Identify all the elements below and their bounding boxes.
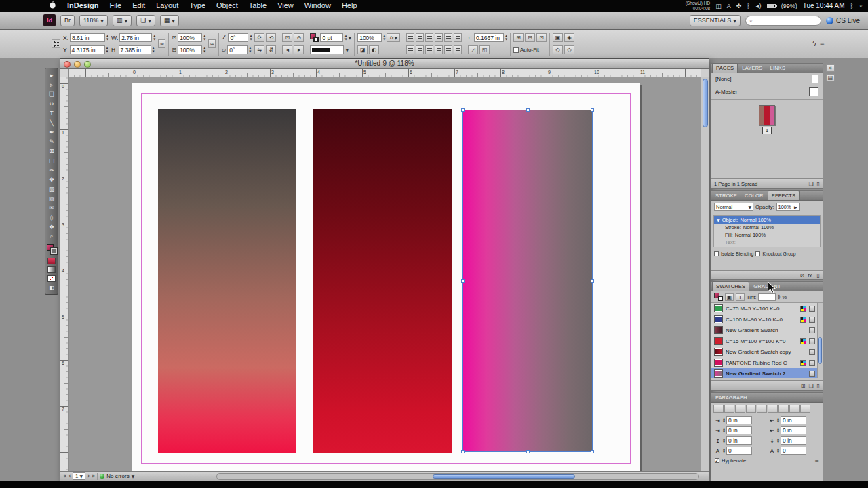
last-line-indent-field[interactable]: 0 in [781, 426, 806, 434]
chevron-down-icon[interactable]: ▼ [349, 35, 352, 40]
justify-last-left-icon[interactable] [746, 405, 756, 413]
tab-layers[interactable]: LAYERS [738, 64, 766, 73]
rotation-field[interactable]: 0° [228, 33, 248, 42]
menu-window[interactable]: Window [299, 0, 336, 12]
quick-apply-icon[interactable]: ϟ [812, 39, 816, 48]
menu-view[interactable]: View [272, 0, 299, 12]
delete-swatch-icon[interactable]: ▯ [817, 383, 820, 389]
isolate-blending-checkbox[interactable] [714, 251, 719, 256]
auto-fit-checkbox[interactable] [513, 47, 519, 53]
add-effect-icon[interactable]: fx. [808, 272, 813, 279]
transparency-icon[interactable]: ◐ [369, 45, 379, 54]
tab-swatches[interactable]: SWATCHES [712, 281, 749, 291]
volume-icon[interactable]: ◂) [756, 3, 762, 9]
page-number-field[interactable]: 1▼ [73, 472, 85, 480]
swatch-row[interactable]: C=75 M=5 Y=100 K=0 [711, 303, 823, 314]
menu-layout[interactable]: Layout [151, 0, 184, 12]
select-previous-icon[interactable]: ◂ [282, 45, 292, 54]
justify-all-icon[interactable] [778, 405, 789, 413]
delete-effect-icon[interactable]: ▯ [817, 272, 820, 279]
note-tool[interactable]: ✉ [45, 203, 58, 212]
stepper-icon[interactable]: ▲▼ [203, 35, 205, 41]
swatch-row[interactable]: C=100 M=90 Y=10 K=0 [711, 314, 823, 325]
delete-page-icon[interactable]: ▯ [817, 181, 820, 187]
chevron-down-icon[interactable]: ▼ [345, 47, 349, 52]
gradient-rectangle-2[interactable] [313, 109, 452, 453]
fit-content-icon[interactable]: ⊞ [513, 33, 524, 42]
swatch-row[interactable]: New Gradient Swatch copy [711, 346, 823, 357]
clear-effects-icon[interactable]: ⊘ [800, 272, 804, 279]
distribute-bottom-icon[interactable] [454, 45, 462, 54]
dock-panel-icon[interactable]: ▤ [826, 74, 835, 81]
space-before-field[interactable]: 0 in [726, 436, 752, 445]
fit-frame-icon[interactable]: ⊟ [525, 33, 535, 42]
scale-y-field[interactable]: 100% [178, 45, 202, 54]
stepper-icon[interactable]: ▲▼ [383, 35, 385, 41]
bluetooth-icon[interactable]: ᛒ [747, 3, 750, 9]
effects-menu-button[interactable]: fx▼ [387, 33, 400, 42]
swatch-scrollbar[interactable] [817, 303, 823, 378]
pen-tool[interactable]: ✒ [45, 127, 58, 136]
preflight-menu-caret[interactable]: ▼ [132, 474, 135, 479]
collapse-dock-icon[interactable]: « [826, 64, 835, 72]
menu-edit[interactable]: Edit [127, 0, 151, 12]
line-tool[interactable]: ╲ [45, 118, 58, 127]
disclosure-icon[interactable]: ▼ [717, 218, 720, 222]
flip-vertical-icon[interactable]: ⇵ [266, 45, 276, 54]
horizontal-scroll-thumb[interactable] [433, 474, 575, 479]
select-next-icon[interactable]: ▸ [294, 45, 304, 54]
view-options-dropdown[interactable]: ▥▼ [113, 15, 132, 26]
search-input[interactable] [755, 17, 812, 24]
wrap-none-icon[interactable]: ▣ [553, 33, 563, 42]
effects-row-stroke[interactable]: Stroke:Normal 100% [714, 224, 820, 231]
align-middle-icon[interactable] [444, 33, 452, 42]
swatch-row[interactable]: C=15 M=100 Y=100 K=0 [711, 336, 823, 346]
new-page-icon[interactable]: ❏ [808, 181, 813, 187]
shear-field[interactable]: 0° [227, 45, 248, 54]
stroke-fill-proxy[interactable] [310, 33, 319, 42]
stepper-icon[interactable]: ▲▼ [778, 294, 780, 300]
selection-handle[interactable] [591, 450, 594, 453]
bridge-button[interactable]: Br [60, 15, 75, 26]
page-1-thumbnail[interactable] [759, 105, 775, 125]
stroke-style-dropdown[interactable] [310, 45, 344, 54]
new-color-group-icon[interactable]: ⊞ [801, 383, 806, 389]
hand-tool[interactable]: ❖ [45, 222, 58, 231]
constrain-dimensions-icon[interactable]: ∞ [158, 39, 165, 48]
corner-shape-icon[interactable]: ◿ [468, 45, 478, 54]
zoom-level-dropdown[interactable]: 118%▼ [79, 15, 108, 26]
selection-handle[interactable] [526, 450, 530, 453]
stepper-icon[interactable]: ▲▼ [344, 35, 347, 41]
effects-row-object[interactable]: ▼Object:Normal 100% [714, 216, 820, 224]
stepper-icon[interactable]: ▲▼ [106, 47, 108, 53]
align-center-text-icon[interactable] [724, 405, 734, 413]
search-field[interactable]: ⌕ [745, 16, 821, 26]
paragraph-panel-header[interactable]: PARAGRAPH [711, 393, 823, 403]
cs-live-button[interactable]: CS Live [826, 17, 860, 24]
stroke-weight-field[interactable]: 0 pt [320, 33, 343, 42]
justify-last-right-icon[interactable] [768, 405, 778, 413]
select-content-icon[interactable]: ⊙ [294, 33, 304, 42]
reference-point-proxy[interactable] [52, 39, 60, 48]
distribute-right-icon[interactable] [425, 45, 433, 54]
tab-color[interactable]: COLOR [741, 191, 767, 200]
new-swatch-icon[interactable]: ❏ [808, 383, 813, 389]
align-left-text-icon[interactable] [713, 405, 724, 413]
selection-handle[interactable] [526, 108, 530, 112]
right-indent-field[interactable]: 0 in [781, 416, 806, 424]
horizontal-scrollbar[interactable] [216, 473, 699, 480]
apply-gradient-button[interactable] [47, 266, 56, 273]
selection-handle[interactable] [591, 108, 594, 112]
fill-stroke-proxy[interactable] [47, 244, 57, 254]
select-container-icon[interactable]: ⊡ [282, 33, 292, 42]
type-tool[interactable]: T [45, 108, 58, 117]
rotate-90-cw-icon[interactable]: ⟳ [254, 33, 264, 42]
stepper-icon[interactable]: ▲▼ [777, 428, 779, 434]
fill-stroke-mini-proxy[interactable] [714, 293, 723, 301]
align-away-spine-icon[interactable] [800, 405, 810, 413]
stepper-icon[interactable]: ▲▼ [250, 35, 252, 41]
rectangle-tool[interactable]: □ [45, 156, 58, 165]
vertical-scrollbar[interactable] [701, 77, 709, 472]
stepper-icon[interactable]: ▲▼ [723, 428, 725, 434]
opacity-field[interactable]: 100%▶ [776, 203, 800, 211]
